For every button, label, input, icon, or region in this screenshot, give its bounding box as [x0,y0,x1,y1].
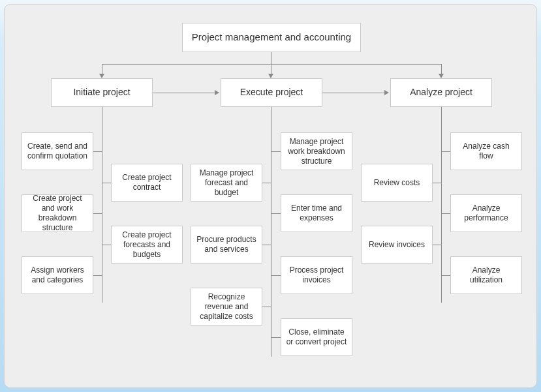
analyze-task: Analyze performance [450,194,522,232]
execute-task: Manage project forecast and budget [191,164,262,202]
initiate-task: Create project and work breakdown struct… [22,194,93,232]
phase-analyze: Analyze project [390,78,492,107]
execute-task: Process project invoices [281,256,352,294]
phase-execute: Execute project [221,78,322,107]
initiate-task: Create, send and confirm quotation [22,132,93,170]
execute-task: Close, eliminate or convert project [281,318,352,356]
analyze-task: Review invoices [361,226,433,264]
execute-task: Recognize revenue and capitalize costs [191,288,262,325]
execute-task: Manage project work breakdown structure [281,132,352,170]
initiate-task: Create project contract [111,164,183,202]
analyze-task: Analyze utilization [450,256,522,294]
phase-initiate: Initiate project [51,78,153,107]
execute-task: Enter time and expenses [281,194,352,232]
analyze-task: Analyze cash flow [450,132,522,170]
execute-task: Procure products and services [191,226,262,264]
analyze-task: Review costs [361,164,433,202]
diagram-canvas: Project management and accounting Initia… [4,4,537,388]
initiate-task: Create project forecasts and budgets [111,226,183,264]
root-node: Project management and accounting [182,23,361,52]
initiate-task: Assign workers and categories [22,256,93,294]
